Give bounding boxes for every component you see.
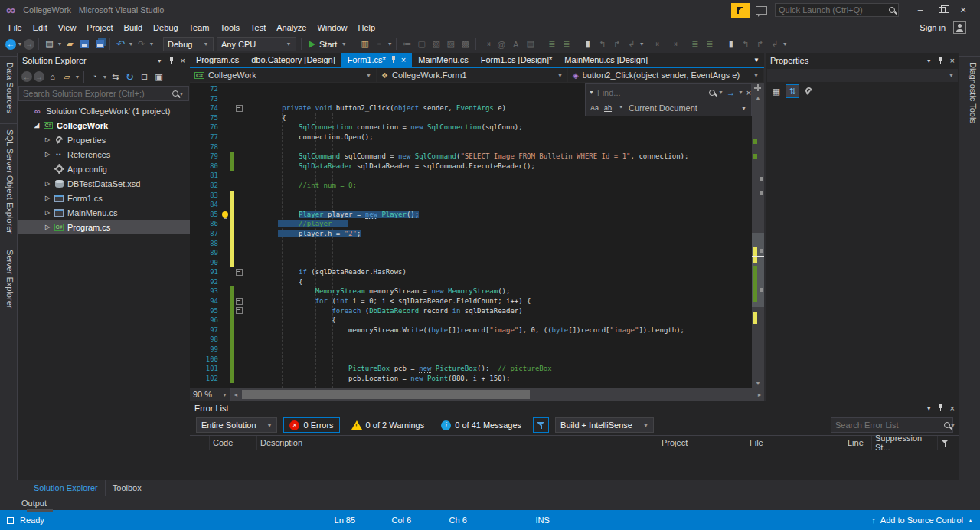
error-list-search-input[interactable] — [835, 420, 944, 430]
document-tab-form1-cs[interactable]: Form1.cs*× — [341, 53, 413, 67]
pending-changes-filter-icon[interactable]: ◔ — [88, 70, 101, 83]
code-line-84[interactable]: 84 — [190, 200, 752, 210]
filter-icon[interactable] — [941, 439, 949, 447]
navigate-forward-icon[interactable]: → — [24, 39, 34, 50]
start-button[interactable]: Start▼ — [305, 40, 351, 49]
close-button[interactable]: × — [952, 2, 974, 18]
pin-icon[interactable] — [938, 404, 944, 412]
expand-arrow-icon[interactable]: ▷ — [42, 136, 53, 143]
menu-test[interactable]: Test — [245, 21, 271, 34]
comment-selection-icon[interactable]: ≣ — [688, 38, 701, 51]
navigate-backward-icon[interactable]: ← — [21, 71, 32, 82]
code-line-96[interactable]: 96 { — [190, 316, 752, 326]
dropdown-caret-icon[interactable]: ▼ — [102, 74, 108, 80]
whole-word-toggle[interactable]: ab — [604, 104, 612, 112]
column-header-file[interactable]: File — [746, 436, 844, 450]
toggle-bookmark-icon[interactable]: ▮ — [581, 38, 594, 51]
dropdown-caret-icon[interactable]: ▼ — [149, 41, 155, 47]
code-line-81[interactable]: 81 — [190, 171, 752, 181]
menu-debug[interactable]: Debug — [148, 21, 183, 34]
column-header-code[interactable]: Code — [210, 436, 257, 450]
decrease-indent-icon[interactable]: ⇤ — [652, 38, 665, 51]
class-view-icon[interactable]: ▧ — [430, 38, 443, 51]
dropdown-caret-icon[interactable]: ▼ — [74, 74, 80, 80]
document-tab-program-cs[interactable]: Program.cs — [190, 53, 245, 67]
clear-bookmarks-icon[interactable]: ↲ — [625, 38, 638, 51]
code-line-89[interactable]: 89 — [190, 248, 752, 258]
notifications-flag-button[interactable] — [731, 3, 750, 18]
comment-icon[interactable]: ≣ — [545, 38, 558, 51]
object-browser-icon[interactable]: ▨ — [444, 38, 457, 51]
tree-item-properties[interactable]: ▷Properties — [18, 132, 190, 147]
code-line-79[interactable]: 79 SqlCommand sqlCommand = new SqlComman… — [190, 152, 752, 162]
output-tab[interactable]: Output — [21, 499, 47, 508]
expand-arrow-icon[interactable]: ◢ — [31, 122, 42, 129]
code-line-95[interactable]: 95− foreach (DbDataRecord record in sqlD… — [190, 306, 752, 316]
close-icon[interactable]: × — [950, 56, 955, 65]
solution-configurations-dropdown[interactable]: Debug▼ — [163, 37, 214, 51]
quick-launch-box[interactable] — [775, 3, 899, 17]
regex-toggle[interactable]: .* — [617, 104, 623, 112]
menu-tools[interactable]: Tools — [214, 21, 245, 34]
solution-platforms-dropdown[interactable]: Any CPU▼ — [217, 37, 296, 51]
tree-item-collegework[interactable]: ◢C#CollegeWork — [18, 118, 190, 132]
menu-view[interactable]: View — [53, 21, 82, 34]
code-line-94[interactable]: 94− for (int i = 0; i < sqlDataReader.Fi… — [190, 296, 752, 306]
dropdown-caret-icon[interactable]: ▼ — [17, 41, 23, 47]
code-line-76[interactable]: 76 SqlConnection connection = new SqlCon… — [190, 123, 752, 132]
code-line-93[interactable]: 93 MemoryStream memoryStream = new Memor… — [190, 286, 752, 296]
panel-menu-icon[interactable]: ▼ — [926, 58, 932, 64]
code-line-87[interactable]: 87 player.h = "2"; — [190, 229, 752, 239]
menu-build[interactable]: Build — [119, 21, 148, 34]
alphabetical-view-icon[interactable]: ⇅ — [786, 84, 799, 98]
properties-object-dropdown[interactable]: ▼ — [767, 69, 958, 82]
scope-dropdown[interactable]: Entire Solution ▼ — [196, 417, 277, 433]
collapse-region-icon[interactable]: − — [236, 269, 243, 276]
member-dropdown[interactable]: ◈ button2_Click(object sender, EventArgs… — [568, 68, 764, 82]
clear-filters-button[interactable] — [533, 417, 549, 433]
toggle-bookmark-icon-2[interactable]: ▮ — [724, 38, 737, 51]
quick-info-icon[interactable]: ⇥ — [480, 38, 493, 51]
word-completion-icon[interactable]: A — [509, 38, 522, 51]
dropdown-caret-icon[interactable]: ▼ — [57, 41, 63, 47]
code-line-88[interactable]: 88 — [190, 239, 752, 249]
scroll-up-icon[interactable]: ▲ — [752, 93, 764, 103]
pin-icon[interactable] — [390, 56, 397, 64]
close-tab-icon[interactable]: × — [401, 55, 406, 64]
code-line-98[interactable]: 98 — [190, 335, 752, 345]
code-line-77[interactable]: 77 connection.Open(); — [190, 132, 752, 142]
tree-item-solution-collegework-1-project[interactable]: ∞Solution 'CollegeWork' (1 project) — [18, 103, 190, 118]
lightbulb-icon[interactable] — [222, 211, 228, 218]
code-line-80[interactable]: 80 SqlDataReader sqlDataReader = sqlComm… — [190, 162, 752, 172]
scroll-left-icon[interactable]: ◄ — [231, 388, 240, 401]
vertical-scrollbar[interactable]: ▲ ▼ — [752, 83, 764, 388]
show-all-files-icon[interactable]: ▣ — [152, 70, 165, 83]
horizontal-scrollbar[interactable]: ◄ ► — [231, 388, 764, 401]
code-line-82[interactable]: 82 //int num = 0; — [190, 181, 752, 191]
scrollbar-thumb[interactable] — [242, 390, 530, 399]
match-case-toggle[interactable]: Aa — [590, 104, 599, 112]
code-line-85[interactable]: 85 Player player = new Player(); — [190, 210, 752, 220]
expand-find-icon[interactable]: ▼ — [589, 90, 594, 95]
uncomment-selection-icon[interactable]: ≣ — [703, 38, 716, 51]
editor-zoom-dropdown[interactable]: 90 % ▼ — [190, 388, 231, 401]
feedback-icon[interactable] — [756, 6, 767, 15]
warnings-filter-button[interactable]: 0 of 2 Warnings — [346, 417, 430, 433]
tree-item-program-cs[interactable]: ▷C#Program.cs — [18, 220, 190, 234]
next-bookmark-icon-2[interactable]: ↱ — [753, 38, 766, 51]
collapse-region-icon[interactable]: − — [236, 298, 243, 305]
expand-arrow-icon[interactable]: ▷ — [42, 224, 53, 231]
tree-item-app-config[interactable]: App.config — [18, 162, 190, 176]
solution-explorer-search-input[interactable] — [23, 89, 172, 98]
save-icon[interactable] — [78, 38, 91, 51]
parameter-info-icon[interactable]: @ — [495, 38, 508, 51]
dock-tab-toolbox[interactable]: Toolbox — [106, 480, 149, 496]
code-lines[interactable]: 727374− private void button2_Click(objec… — [190, 83, 752, 388]
call-hierarchy-icon[interactable]: ▩ — [459, 38, 472, 51]
categorized-view-icon[interactable]: ▦ — [769, 84, 783, 98]
next-bookmark-icon[interactable]: ↱ — [610, 38, 623, 51]
dock-tab-solution-explorer[interactable]: Solution Explorer — [27, 480, 106, 496]
minimize-button[interactable]: – — [910, 2, 931, 18]
pin-icon[interactable] — [938, 57, 944, 64]
scroll-right-icon[interactable]: ► — [755, 388, 764, 401]
